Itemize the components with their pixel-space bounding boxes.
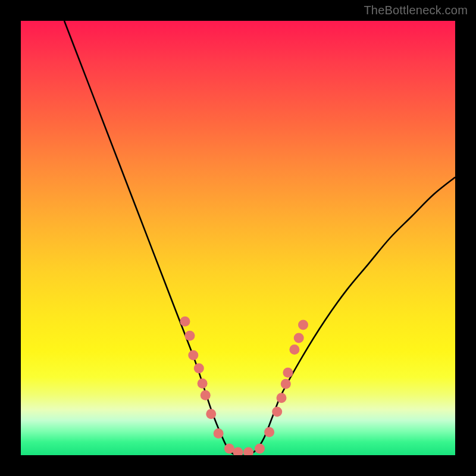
data-point-marker — [281, 379, 291, 389]
data-point-marker — [198, 378, 208, 389]
chart-frame: TheBottleneck.com — [0, 0, 476, 476]
data-point-marker — [188, 350, 198, 361]
data-point-marker — [272, 407, 282, 417]
data-point-marker — [277, 393, 287, 403]
marker-group — [180, 317, 308, 455]
data-point-marker — [255, 444, 265, 454]
data-point-marker — [224, 444, 234, 454]
bottleneck-curve — [21, 21, 455, 455]
data-point-marker — [289, 345, 299, 355]
data-point-marker — [206, 409, 216, 419]
data-point-marker — [264, 427, 274, 437]
watermark-text: TheBottleneck.com — [364, 4, 468, 17]
data-point-marker — [243, 447, 253, 455]
data-point-marker — [180, 317, 190, 327]
data-point-marker — [194, 364, 204, 374]
data-point-marker — [283, 368, 293, 378]
plot-area — [21, 21, 455, 455]
data-point-marker — [201, 390, 211, 400]
data-point-marker — [233, 447, 243, 455]
curve-path — [64, 21, 455, 455]
data-point-marker — [294, 333, 304, 343]
data-point-marker — [214, 428, 224, 439]
data-point-marker — [184, 331, 195, 341]
data-point-marker — [298, 320, 308, 330]
